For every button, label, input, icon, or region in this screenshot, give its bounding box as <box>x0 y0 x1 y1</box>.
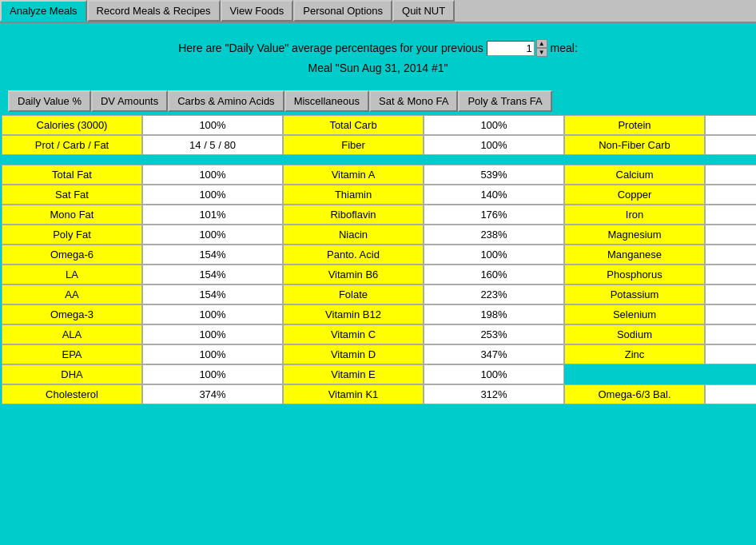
content-tab-4[interactable]: Sat & Mono FA <box>369 90 458 112</box>
grid-cell: Vitamin C <box>283 324 424 344</box>
nav-tab-analyze-meals[interactable]: Analyze Meals <box>0 0 87 22</box>
header-prefix: Here are "Daily Value" average percentag… <box>178 42 483 54</box>
grid-cell: Prot / Carb / Fat <box>2 135 142 155</box>
grid-cell: Zinc <box>564 344 705 364</box>
grid-cell: 100% <box>142 364 283 384</box>
grid-cell: Omega-6/3 Bal. <box>564 384 705 404</box>
grid-cell: EPA <box>2 344 142 364</box>
grid-cell: 100% <box>424 135 564 155</box>
grid-cell: 183% <box>705 265 756 284</box>
grid-cell: 100% <box>142 344 283 364</box>
grid-cell: Selenium <box>564 304 705 324</box>
grid-cell: AA <box>2 284 142 304</box>
grid-cell: 100% <box>424 115 564 135</box>
grid-cell: Folate <box>283 284 424 304</box>
nav-tab-record-meals--recipes[interactable]: Record Meals & Recipes <box>87 0 221 22</box>
grid-cell: 111% <box>705 344 756 364</box>
header-suffix: meal: <box>551 42 578 54</box>
grid-cell: Sodium <box>564 324 705 344</box>
nav-tab-view-foods[interactable]: View Foods <box>221 0 294 22</box>
grid-cell: Panto. Acid <box>283 245 424 265</box>
spinner-col: ▲ ▼ <box>536 39 547 57</box>
grid-cell: 100% <box>142 324 283 344</box>
meal-input-wrapper: ▲ ▼ <box>487 39 547 57</box>
header: Here are "Daily Value" average percentag… <box>0 23 756 82</box>
grid-cell: 100% <box>705 165 756 185</box>
grid-cell: Potassium <box>564 284 705 304</box>
grid-cell: 253% <box>705 304 756 324</box>
spinner-down-button[interactable]: ▼ <box>536 48 547 57</box>
grid-cell: 100% <box>142 165 283 185</box>
grid-cell: Vitamin E <box>283 364 424 384</box>
grid-cell: 100% <box>424 245 564 265</box>
grid-cell: Riboflavin <box>283 205 424 225</box>
grid-cell: Iron <box>564 205 705 225</box>
grid-cell: 120% <box>705 185 756 205</box>
grid-cell: Mono Fat <box>2 205 142 225</box>
grid-cell: 100% <box>142 115 283 135</box>
grid-cell: Non-Fiber Carb <box>564 135 705 155</box>
grid-cell: 140% <box>705 245 756 265</box>
grid-cell: 100% <box>705 205 756 225</box>
grid-cell: LA <box>2 265 142 284</box>
grid-cell: Magnesium <box>564 225 705 245</box>
grid-cell: 176% <box>424 205 564 225</box>
grid-cell: Sat Fat <box>2 185 142 205</box>
nav-tab-quit-nut[interactable]: Quit NUT <box>392 0 455 22</box>
grid-cell: 223% <box>424 284 564 304</box>
content-tab-1[interactable]: DV Amounts <box>91 90 168 112</box>
content-tab-0[interactable]: Daily Value % <box>8 90 91 112</box>
meal-number-input[interactable] <box>487 41 535 56</box>
grid-cell: Copper <box>564 185 705 205</box>
grid-cell: Vitamin K1 <box>283 384 424 404</box>
content-tab-3[interactable]: Miscellaneous <box>284 90 369 112</box>
nav-tab-personal-options[interactable]: Personal Options <box>293 0 392 22</box>
grid-cell: 100% <box>424 364 564 384</box>
grid-cell: Total Carb <box>283 115 424 135</box>
grid-cell: 160% <box>424 265 564 284</box>
grid-cell: Cholesterol <box>2 384 142 404</box>
grid-cell: 154% <box>142 284 283 304</box>
grid-cell: Omega-6 <box>2 245 142 265</box>
grid-cell: Poly Fat <box>2 225 142 245</box>
grid-cell: 135% <box>705 324 756 344</box>
grid-cell: Vitamin A <box>283 165 424 185</box>
grid-cell: Manganese <box>564 245 705 265</box>
grid-cell: 14 / 5 / 80 <box>142 135 283 155</box>
header-line1: Here are "Daily Value" average percentag… <box>0 39 756 57</box>
grid-cell: 154% <box>142 245 283 265</box>
grid-cell: 63 / 37 <box>705 384 756 404</box>
grid-cell: 312% <box>424 384 564 404</box>
grid-cell: 168% <box>705 225 756 245</box>
grid-cell: ALA <box>2 324 142 344</box>
grid-cell: 101% <box>142 205 283 225</box>
content-tabs: Daily Value %DV AmountsCarbs & Amino Aci… <box>0 90 756 112</box>
grid-cell: 22 g <box>705 135 756 155</box>
grid-cell: 140% <box>424 185 564 205</box>
grid-cell: Total Fat <box>2 165 142 185</box>
content-tab-5[interactable]: Poly & Trans FA <box>458 90 551 112</box>
grid-cell: 539% <box>424 165 564 185</box>
grid-cell: Niacin <box>283 225 424 245</box>
spinner-up-button[interactable]: ▲ <box>536 39 547 48</box>
grid-cell: Omega-3 <box>2 304 142 324</box>
grid-cell: DHA <box>2 364 142 384</box>
grid-cell: Protein <box>564 115 705 135</box>
grid-cell: 374% <box>142 384 283 404</box>
grid-cell: 154% <box>142 265 283 284</box>
grid-cell: Phosphorus <box>564 265 705 284</box>
grid-cell: 100% <box>142 225 283 245</box>
grid-cell: Fiber <box>283 135 424 155</box>
grid-cell: Calcium <box>564 165 705 185</box>
content-tab-2[interactable]: Carbs & Amino Acids <box>168 90 284 112</box>
grid-cell: 100% <box>142 304 283 324</box>
spacer-row <box>2 155 756 165</box>
grid-cell: Vitamin D <box>283 344 424 364</box>
grid-cell: 198% <box>424 304 564 324</box>
grid-cell: Thiamin <box>283 185 424 205</box>
grid-cell: Vitamin B12 <box>283 304 424 324</box>
grid-cell: 253% <box>424 324 564 344</box>
grid-cell <box>705 364 756 384</box>
grid-cell: 238% <box>424 225 564 245</box>
grid-cell: 100% <box>705 115 756 135</box>
